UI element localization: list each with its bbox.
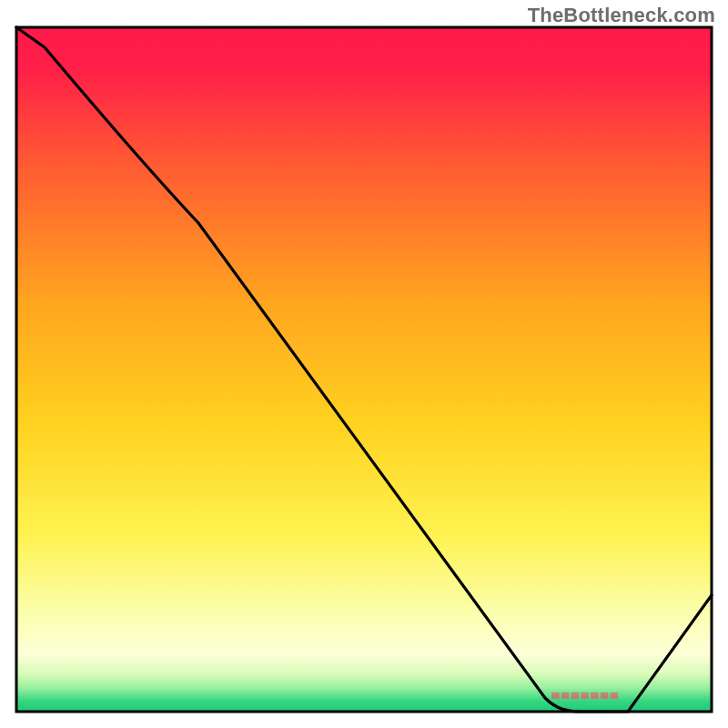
heat-gradient <box>16 27 712 712</box>
plot-area <box>16 27 712 712</box>
chart-svg <box>0 0 728 728</box>
watermark-text: TheBottleneck.com <box>528 4 715 27</box>
sweet-spot-marker: ▓▓▓▓▓▓▓ <box>551 692 620 699</box>
chart-stage: ▓▓▓▓▓▓▓ TheBottleneck.com <box>0 0 728 728</box>
